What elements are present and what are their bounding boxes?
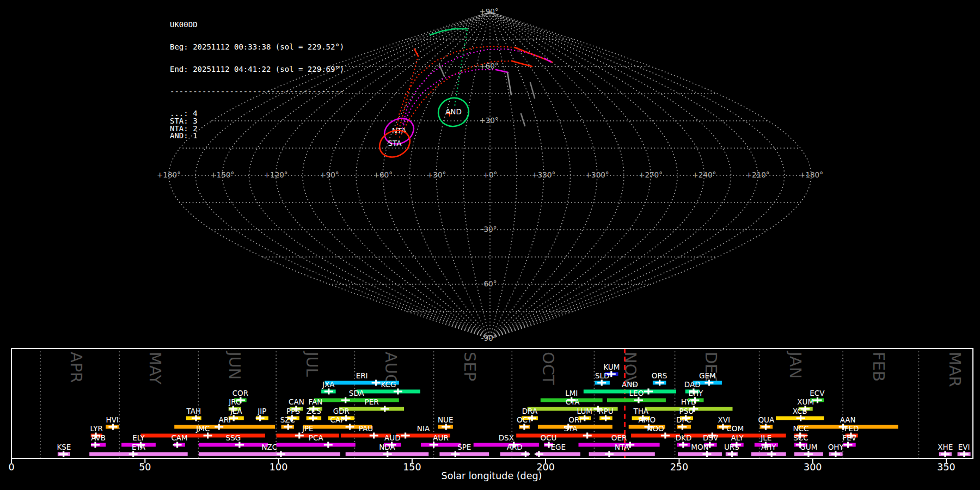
shower-label-oer: OER — [611, 433, 627, 442]
lon-label: +210° — [746, 170, 770, 179]
shower-label-cap: CAP — [330, 415, 345, 424]
lat-label: +90° — [479, 7, 498, 16]
shower-label-ahy: AHY — [761, 443, 776, 451]
x-tick-label: 150 — [403, 462, 421, 473]
meteor-trail-dotted — [455, 30, 467, 107]
shower-label-scc: SCC — [793, 433, 808, 442]
shower-label-gdr: GDR — [333, 407, 350, 415]
x-tick-label: 250 — [670, 462, 688, 473]
shower-label-ocu: OCU — [541, 433, 557, 442]
shower-peak-kse — [59, 451, 68, 457]
shower-peak-ecv — [813, 397, 822, 403]
shower-label-nzc: NZC — [262, 443, 278, 451]
shower-label-ors: ORS — [652, 371, 667, 380]
shower-peak-and — [644, 389, 653, 395]
month-label-jul: JUL — [303, 351, 321, 377]
shower-peak-urs — [728, 451, 737, 457]
lat-label: -30° — [481, 225, 497, 234]
shower-label-jrc: JRC — [228, 397, 241, 406]
shower-label-ohy: OHY — [828, 443, 844, 451]
meteor-trail-dotted — [403, 49, 544, 124]
shower-peak-cap — [346, 424, 354, 430]
shower-label-nia: NIA — [417, 424, 430, 433]
shower-label-dkd: DKD — [676, 433, 692, 442]
shower-label-cam: CAM — [171, 433, 187, 442]
shower-peak-jxa — [324, 389, 333, 395]
shower-label-psu: PSU — [679, 407, 694, 415]
shower-peak-pau — [370, 433, 378, 439]
shower-bar-pau — [341, 434, 391, 438]
shower-label-amo: AMO — [639, 415, 656, 424]
meteor-trail-solid — [507, 72, 511, 95]
shower-label-kse: KSE — [57, 443, 71, 451]
observation-begin: Beg: 20251112 00:33:38 (sol = 229.52°) — [170, 44, 344, 51]
meteor-trail-solid — [521, 114, 525, 126]
shower-label-dpc: DPC — [676, 415, 691, 424]
shower-count-list: ...: 4STA: 3NTA: 2AND: 1 — [170, 110, 344, 139]
x-axis-title: Solar longitude (deg) — [442, 470, 542, 481]
shower-peak-nta — [605, 451, 614, 457]
shower-peak-hvi — [108, 424, 117, 430]
shower-label-pca: PCA — [309, 433, 324, 442]
shower-label-lum: LUM — [577, 407, 592, 415]
shower-bar-ari — [174, 425, 275, 429]
shower-peak-sda — [341, 397, 350, 403]
shower-label-xhe: XHE — [938, 443, 953, 451]
station-info-block: UK00DD Beg: 20251112 00:33:38 (sol = 229… — [170, 7, 344, 147]
lon-label: +180° — [799, 170, 823, 179]
shower-peak-pca — [324, 442, 333, 448]
shower-label-fed: FED — [844, 424, 859, 433]
x-tick-label: 300 — [804, 462, 822, 473]
shower-label-nda: NDA — [379, 443, 395, 451]
shower-peak-ari — [215, 424, 223, 430]
shower-label-aan: AAN — [840, 415, 856, 424]
shower-label-gem: GEM — [699, 371, 716, 380]
shower-label-fev: FEV — [842, 433, 856, 442]
shower-peak-jmc — [204, 433, 212, 439]
month-label-feb: FEB — [869, 352, 888, 382]
shower-label-ori: ORI — [568, 415, 581, 424]
shower-peak-tah — [192, 415, 200, 421]
shower-label-oct: OCT — [517, 415, 532, 424]
month-label-mar: MAR — [946, 352, 964, 387]
observation-end: End: 20251112 04:41:22 (sol = 229.69°) — [170, 66, 344, 74]
shower-label-xum: XUM — [797, 397, 814, 406]
shower-label-jxa: JXA — [322, 380, 335, 389]
month-label-jan: JAN — [786, 351, 805, 379]
shower-bar-mon — [678, 452, 722, 456]
shower-label-qua: QUA — [758, 415, 775, 424]
shower-peak-xcb — [797, 415, 805, 421]
sky-map-and-activity-plot: +180°+150°+120°+90°+60°+30°+0°+330°+300°… — [0, 0, 980, 490]
shower-label-ehy: EHY — [688, 389, 703, 397]
shower-peak-nia — [401, 433, 410, 439]
lon-label: +180° — [157, 170, 181, 179]
shower-peak-ohy — [831, 451, 840, 457]
shower-label-dad: DAD — [684, 380, 701, 389]
shower-bar-sda — [314, 399, 399, 402]
shower-peak-qua — [761, 424, 770, 430]
shower-label-jip: JIP — [257, 407, 266, 415]
radiant-label-sta: STA — [388, 139, 402, 148]
shower-peak-per — [381, 406, 389, 412]
shower-peak-dpc — [678, 424, 687, 430]
shower-label-eri: ERI — [356, 371, 368, 380]
shower-label-hyd: HYD — [681, 397, 697, 406]
shower-peak-avb — [91, 442, 100, 448]
shower-peak-spe — [451, 451, 460, 457]
lat-label: +30° — [479, 116, 498, 125]
shower-peak-ssg — [235, 442, 244, 448]
shower-bar-eta — [89, 452, 188, 456]
shower-peak-jip — [256, 415, 265, 421]
shower-peak-sld — [597, 380, 606, 386]
lon-label: +120° — [264, 170, 288, 179]
meteor-trail-solid — [530, 83, 535, 98]
shower-peak-zcs — [309, 415, 317, 421]
shower-label-jmc: JMC — [195, 424, 210, 433]
shower-peak-ahy — [767, 451, 776, 457]
shower-peak-leo — [634, 397, 643, 403]
shower-peak-ors — [656, 380, 664, 386]
shower-label-ari: ARI — [218, 415, 231, 424]
x-tick-label: 0 — [8, 462, 14, 473]
lon-label: +0° — [483, 170, 498, 179]
shower-label-tha: THA — [633, 407, 648, 415]
